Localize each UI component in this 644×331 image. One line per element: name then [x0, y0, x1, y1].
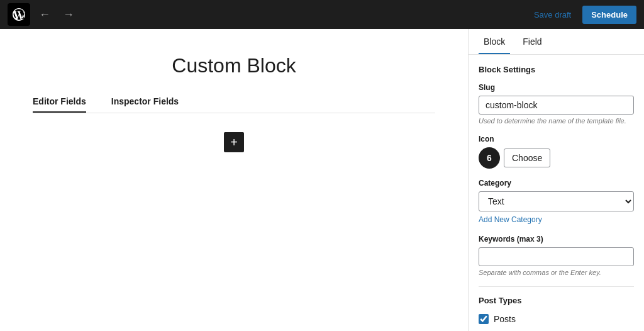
slug-label: Slug: [479, 83, 634, 92]
post-types-title: Post Types: [479, 296, 634, 305]
posts-checkbox[interactable]: [479, 314, 489, 324]
posts-label: Posts: [494, 314, 516, 324]
icon-group: Icon 6 Choose: [479, 135, 634, 169]
tab-field[interactable]: Field: [518, 29, 547, 54]
category-group: Category Text Media Design Widgets Theme…: [479, 179, 634, 225]
save-draft-button[interactable]: Save draft: [528, 6, 577, 23]
posts-checkbox-row: Posts: [479, 314, 634, 324]
tab-editor-fields[interactable]: Editor Fields: [33, 96, 86, 113]
undo-button[interactable]: ←: [35, 6, 54, 24]
icon-label: Icon: [479, 135, 634, 143]
divider: [479, 286, 634, 287]
choose-icon-button[interactable]: Choose: [504, 149, 550, 167]
topbar-right: Save draft Schedule: [528, 6, 636, 24]
add-new-category-button[interactable]: Add New Category: [479, 215, 542, 224]
slug-group: Slug Used to determine the name of the t…: [479, 83, 634, 125]
schedule-button[interactable]: Schedule: [582, 6, 636, 24]
category-label: Category: [479, 179, 634, 188]
block-settings-title: Block Settings: [479, 65, 634, 74]
topbar: ← → Save draft Schedule: [0, 0, 644, 29]
slug-input[interactable]: [479, 96, 634, 115]
keywords-label: Keywords (max 3): [479, 235, 634, 244]
field-tabs: Editor Fields Inspector Fields: [33, 96, 435, 113]
icon-preview: 6: [479, 147, 500, 169]
keywords-helper: Separate with commas or the Enter key.: [479, 269, 634, 276]
topbar-left: ← →: [8, 3, 78, 26]
category-select[interactable]: Text Media Design Widgets Theme Embed: [479, 191, 634, 211]
wordpress-logo[interactable]: [8, 3, 30, 26]
icon-picker: 6 Choose: [479, 147, 634, 169]
main-layout: Custom Block Editor Fields Inspector Fie…: [0, 29, 644, 331]
sidebar: Block Field Block Settings Slug Used to …: [468, 29, 644, 331]
post-types-group: Post Types Posts: [479, 296, 634, 324]
tab-block[interactable]: Block: [479, 29, 510, 54]
add-field-button[interactable]: +: [224, 132, 244, 152]
keywords-input[interactable]: [479, 247, 634, 266]
sidebar-content: Block Settings Slug Used to determine th…: [469, 55, 644, 331]
editor-area: Custom Block Editor Fields Inspector Fie…: [0, 29, 468, 331]
keywords-group: Keywords (max 3) Separate with commas or…: [479, 235, 634, 276]
block-title: Custom Block: [172, 54, 296, 77]
tab-inspector-fields[interactable]: Inspector Fields: [111, 96, 179, 113]
slug-helper: Used to determine the name of the templa…: [479, 117, 634, 125]
sidebar-tabs: Block Field: [469, 29, 644, 55]
redo-button[interactable]: →: [59, 6, 78, 24]
